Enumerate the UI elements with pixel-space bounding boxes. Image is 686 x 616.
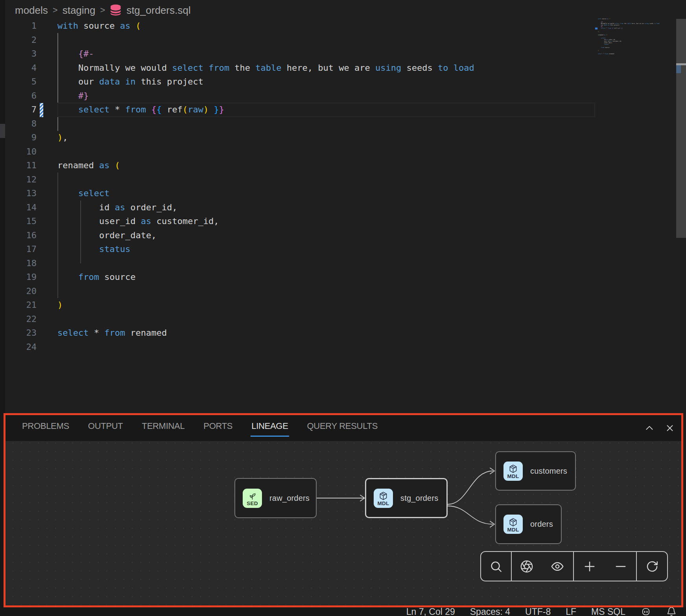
status-encoding[interactable]: UTF-8 — [525, 607, 551, 616]
code-text: our data in this project — [57, 75, 203, 89]
line-number: 19 — [5, 270, 37, 284]
status-indentation[interactable]: Spaces: 4 — [470, 607, 510, 616]
line-number: 11 — [5, 158, 37, 173]
status-cursor-position[interactable]: Ln 7, Col 29 — [406, 607, 455, 616]
code-line-21[interactable]: 21) — [5, 298, 595, 312]
code-line-12[interactable]: 12 — [5, 173, 595, 187]
code-text: id as order_id, — [57, 200, 177, 215]
code-text: renamed as ( — [57, 158, 120, 173]
line-number: 24 — [5, 340, 37, 354]
code-text: select — [57, 186, 109, 200]
code-line-3[interactable]: 3 {#- — [5, 47, 595, 61]
line-number: 12 — [5, 173, 37, 187]
line-number: 7 — [5, 103, 37, 117]
code-text: from source — [57, 270, 136, 284]
line-number: 23 — [5, 326, 37, 340]
line-number: 17 — [5, 242, 37, 256]
sidebar-drag-handle[interactable] — [0, 124, 5, 138]
code-line-16[interactable]: 16 order_date, — [5, 228, 595, 243]
database-icon — [110, 4, 122, 17]
line-number: 2 — [5, 33, 37, 47]
line-number: 16 — [5, 228, 37, 243]
breadcrumb: models > staging > stg_orders.sql — [15, 3, 191, 17]
annotation-rectangle — [4, 413, 683, 607]
code-line-14[interactable]: 14 id as order_id, — [5, 200, 595, 215]
breadcrumb-file[interactable]: stg_orders.sql — [126, 4, 190, 17]
code-text: Normally we would select from the table … — [57, 61, 474, 75]
line-number: 14 — [5, 200, 37, 215]
code-line-18[interactable]: 18 — [5, 256, 595, 270]
code-line-22[interactable]: 22 — [5, 312, 595, 326]
code-line-15[interactable]: 15 user_id as customer_id, — [5, 214, 595, 228]
minimap[interactable]: with source as ( {#- Normally we would s… — [598, 18, 677, 65]
code-line-20[interactable]: 20 — [5, 284, 595, 298]
code-text: ) — [57, 298, 63, 312]
code-line-6[interactable]: 6 #} — [5, 89, 595, 103]
current-line-highlight — [57, 103, 595, 117]
code-text: {#- — [57, 47, 94, 61]
code-text: with source as ( — [57, 19, 141, 33]
code-line-2[interactable]: 2 — [5, 33, 595, 47]
status-eol[interactable]: LF — [566, 607, 576, 616]
breadcrumb-item-staging[interactable]: staging — [63, 4, 96, 17]
code-line-17[interactable]: 17 status — [5, 242, 595, 256]
status-bar: Ln 7, Col 29 Spaces: 4 UTF-8 LF MS SQL — [0, 607, 686, 616]
line-number: 20 — [5, 284, 37, 298]
scrollbar-thumb[interactable] — [676, 19, 686, 238]
code-text: ), — [57, 131, 68, 145]
breadcrumb-item-models[interactable]: models — [15, 4, 48, 17]
code-line-4[interactable]: 4 Normally we would select from the tabl… — [5, 61, 595, 75]
code-line-19[interactable]: 19 from source — [5, 270, 595, 284]
line-number: 18 — [5, 256, 37, 270]
code-text: #} — [57, 89, 89, 103]
line-number: 15 — [5, 214, 37, 228]
line-number: 8 — [5, 117, 37, 131]
notifications-bell-icon[interactable] — [666, 607, 677, 616]
overview-ruler-modified-marker — [676, 65, 681, 73]
code-line-5[interactable]: 5 our data in this project — [5, 75, 595, 89]
code-text: status — [57, 242, 130, 256]
line-number: 13 — [5, 186, 37, 200]
code-line-13[interactable]: 13 select — [5, 186, 595, 200]
code-line-1[interactable]: 1with source as ( — [5, 19, 595, 33]
copilot-icon[interactable] — [640, 607, 651, 616]
modified-line-gutter-marker — [40, 103, 43, 117]
chevron-right-icon: > — [53, 5, 58, 15]
line-number: 3 — [5, 47, 37, 61]
line-number: 21 — [5, 298, 37, 312]
code-line-8[interactable]: 8 — [5, 117, 595, 131]
line-number: 1 — [5, 19, 37, 33]
minimap-modified-marker — [595, 28, 597, 29]
code-line-24[interactable]: 24 — [5, 340, 595, 354]
code-line-23[interactable]: 23select * from renamed — [5, 326, 595, 340]
code-editor[interactable]: 1with source as (23 {#-4 Normally we wou… — [5, 19, 595, 354]
code-line-10[interactable]: 10 — [5, 145, 595, 159]
code-text: order_date, — [57, 228, 157, 243]
line-number: 4 — [5, 61, 37, 75]
code-text: select * from renamed — [57, 326, 167, 340]
line-number: 5 — [5, 75, 37, 89]
code-line-11[interactable]: 11renamed as ( — [5, 158, 595, 173]
status-language-mode[interactable]: MS SQL — [591, 607, 625, 616]
chevron-right-icon: > — [100, 5, 105, 15]
code-line-9[interactable]: 9), — [5, 131, 595, 145]
line-number: 22 — [5, 312, 37, 326]
line-number: 6 — [5, 89, 37, 103]
line-number: 9 — [5, 131, 37, 145]
line-number: 10 — [5, 145, 37, 159]
code-text: user_id as customer_id, — [57, 214, 219, 228]
